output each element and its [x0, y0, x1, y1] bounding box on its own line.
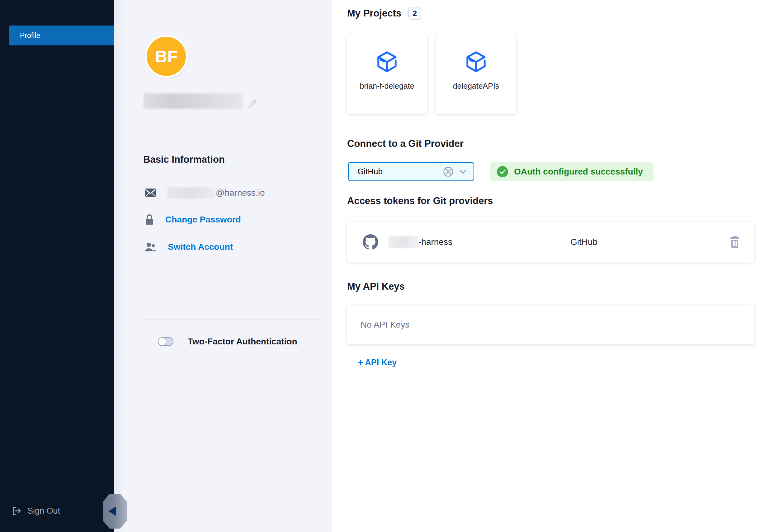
project-name: brian-f-delegate	[359, 82, 414, 91]
check-circle-icon	[497, 166, 509, 178]
github-icon	[363, 234, 378, 250]
lock-icon	[145, 214, 154, 225]
change-password-row[interactable]: Change Password	[145, 214, 241, 225]
access-token-row: -harness GitHub	[347, 222, 754, 263]
avatar[interactable]: BF	[145, 35, 188, 78]
profile-panel: BF Basic Information @harness.io	[114, 0, 332, 532]
my-projects-title: My Projects	[347, 8, 401, 19]
my-projects-header: My Projects 2	[347, 7, 421, 20]
sign-out-label: Sign Out	[27, 506, 60, 516]
cube-icon	[375, 50, 399, 73]
two-factor-row: Two-Factor Authentication	[158, 337, 297, 347]
project-name: delegateAPIs	[453, 82, 499, 91]
projects-count-badge: 2	[408, 7, 421, 20]
toggle-knob	[158, 338, 166, 346]
switch-account-row[interactable]: Switch Account	[145, 242, 233, 252]
sidebar-item-profile-label: Profile	[20, 31, 40, 40]
token-username-suffix: -harness	[419, 237, 453, 247]
token-identity: -harness	[363, 234, 453, 250]
basic-information-heading: Basic Information	[143, 154, 225, 165]
sign-out-button[interactable]: Sign Out	[12, 506, 60, 516]
oauth-status-badge: OAuth configured successfully	[490, 162, 654, 181]
sidebar-divider	[0, 495, 114, 495]
profile-page: Profile Sign Out BF Basic Infor	[0, 0, 769, 532]
email-row: @harness.io	[145, 187, 265, 198]
oauth-status-text: OAuth configured successfully	[514, 167, 643, 177]
api-keys-empty-card: No API Keys	[347, 305, 754, 344]
main-panel: My Projects 2 brian-f-delegate	[332, 0, 769, 532]
git-provider-select[interactable]: GitHub	[348, 162, 474, 181]
api-keys-empty-text: No API Keys	[360, 320, 410, 330]
collapse-left-arrow-icon	[108, 506, 116, 516]
my-api-keys-title: My API Keys	[347, 281, 405, 292]
add-api-key-button[interactable]: + API Key	[358, 358, 397, 367]
logout-icon	[12, 506, 22, 516]
project-card-delegateapis[interactable]: delegateAPIs	[436, 34, 516, 114]
email-prefix-redacted	[167, 187, 214, 198]
sidebar-collapse-handle[interactable]	[103, 494, 127, 529]
token-provider: GitHub	[570, 237, 598, 247]
cube-icon	[465, 50, 488, 73]
edit-name-icon[interactable]	[247, 98, 258, 109]
users-icon	[145, 242, 157, 252]
mail-icon	[145, 189, 156, 197]
project-card-brian-f-delegate[interactable]: brian-f-delegate	[347, 34, 427, 114]
git-provider-selected-value: GitHub	[357, 167, 443, 176]
switch-account-link: Switch Account	[168, 242, 233, 252]
git-provider-title: Connect to a Git Provider	[347, 138, 464, 149]
avatar-initials: BF	[155, 47, 177, 66]
clear-selection-icon[interactable]	[443, 166, 454, 177]
divider	[143, 364, 320, 364]
access-tokens-title: Access tokens for Git providers	[347, 195, 493, 207]
token-username-redacted	[389, 236, 419, 248]
two-factor-toggle[interactable]	[158, 337, 173, 346]
email-domain: @harness.io	[216, 188, 265, 198]
sidebar-item-profile[interactable]: Profile	[9, 26, 114, 45]
user-name-redacted	[143, 93, 242, 109]
sidebar: Profile Sign Out	[0, 0, 114, 532]
delete-token-icon[interactable]	[729, 236, 740, 248]
chevron-down-icon[interactable]	[459, 170, 467, 174]
change-password-link: Change Password	[165, 215, 241, 225]
project-cards: brian-f-delegate delegateAPIs	[347, 34, 516, 114]
two-factor-label: Two-Factor Authentication	[188, 337, 297, 347]
